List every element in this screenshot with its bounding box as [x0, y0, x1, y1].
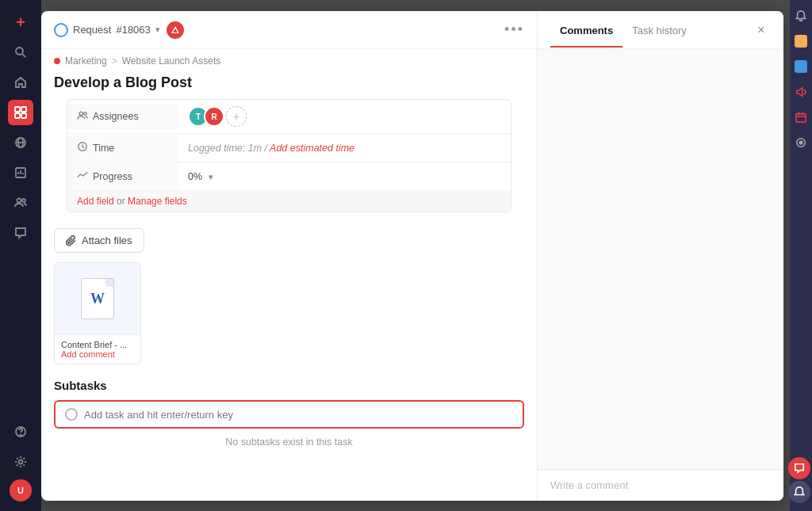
calendar-icon[interactable]	[791, 108, 810, 127]
dialog-header: Request #18063 ▾ •••	[41, 11, 537, 49]
comments-panel: Comments Task history × Write a comment	[538, 11, 783, 501]
user-avatar[interactable]: U	[10, 479, 32, 501]
time-row: Time Logged time: 1m / Add estimated tim…	[67, 134, 511, 162]
logged-time: Logged time: 1m /	[188, 143, 270, 154]
request-circle-icon	[54, 23, 68, 37]
add-comment-link[interactable]: Add comment	[61, 349, 134, 359]
priority-icon[interactable]	[167, 21, 184, 39]
attach-files-label: Attach files	[82, 235, 132, 246]
svg-rect-4	[15, 113, 20, 118]
sidebar-item-search[interactable]	[8, 40, 33, 65]
breadcrumb-project[interactable]: Website Launch Assets	[122, 55, 221, 67]
time-icon	[77, 141, 88, 154]
task-dialog: Request #18063 ▾ ••• Marketing > Website…	[41, 11, 783, 501]
progress-value: 0%	[188, 171, 202, 182]
blue-indicator[interactable]	[795, 60, 807, 73]
progress-row: Progress 0% ▾	[67, 162, 511, 191]
subtask-input[interactable]	[84, 409, 513, 421]
megaphone-icon[interactable]	[791, 82, 810, 101]
sidebar-add-button[interactable]: +	[8, 10, 33, 35]
svg-point-0	[16, 48, 23, 55]
sidebar-item-messages[interactable]	[8, 220, 33, 246]
svg-rect-2	[15, 107, 20, 112]
subtask-status-circle	[65, 408, 78, 421]
svg-point-27	[84, 112, 87, 115]
comments-body	[538, 49, 783, 469]
chevron-icon[interactable]: ▾	[155, 25, 160, 35]
file-info: Content Brief - ... Add comment	[55, 334, 140, 364]
task-id[interactable]: #18063	[116, 24, 150, 36]
task-title: Develop a Blog Post	[41, 70, 537, 99]
orange-indicator[interactable]	[795, 35, 807, 48]
sidebar-item-projects[interactable]	[8, 100, 33, 125]
notify-bubble-icon[interactable]	[788, 481, 810, 503]
file-preview: W	[55, 263, 140, 334]
subtasks-title: Subtasks	[54, 379, 524, 392]
svg-point-14	[22, 199, 25, 202]
sidebar-item-help[interactable]	[8, 419, 33, 444]
word-icon: W	[81, 278, 114, 319]
add-estimated-time-link[interactable]: Add estimated time	[270, 143, 354, 154]
file-name: Content Brief - ...	[61, 340, 134, 349]
time-label: Time	[67, 135, 178, 161]
svg-rect-3	[21, 107, 26, 112]
manage-fields-link[interactable]: Manage fields	[128, 196, 187, 207]
task-left-panel: Request #18063 ▾ ••• Marketing > Website…	[41, 11, 538, 501]
tab-comments[interactable]: Comments	[550, 13, 622, 48]
attach-files-button[interactable]: Attach files	[54, 228, 144, 253]
sidebar: +	[0, 0, 41, 511]
file-card: W Content Brief - ... Add comment	[54, 262, 141, 364]
tab-task-history[interactable]: Task history	[622, 13, 696, 46]
circle-icon[interactable]	[791, 133, 810, 152]
request-badge: Request #18063 ▾	[54, 23, 160, 37]
comments-header: Comments Task history ×	[538, 11, 783, 49]
svg-point-26	[79, 112, 82, 115]
assignees-avatars: T R +	[188, 106, 501, 127]
field-links-row: Add field or Manage fields	[67, 191, 511, 212]
assignees-row: Assignees T R +	[67, 100, 511, 134]
subtask-input-row	[54, 400, 524, 429]
more-options-button[interactable]: •••	[504, 21, 524, 38]
right-icons-panel	[790, 0, 812, 511]
subtasks-section: Subtasks No subtasks exist in this task	[54, 379, 524, 448]
chat-bubble-icon[interactable]	[788, 457, 810, 479]
close-dialog-button[interactable]: ×	[752, 21, 771, 40]
add-assignee-button[interactable]: +	[226, 106, 247, 127]
sidebar-item-globe[interactable]	[8, 130, 33, 155]
breadcrumb-dot	[54, 58, 60, 64]
sidebar-item-team[interactable]	[8, 190, 33, 215]
svg-rect-5	[21, 113, 26, 118]
progress-icon	[77, 170, 88, 183]
progress-chevron-icon: ▾	[209, 172, 213, 181]
svg-rect-18	[796, 114, 806, 123]
breadcrumb-separator: >	[112, 55, 117, 67]
svg-point-23	[799, 141, 802, 144]
breadcrumb: Marketing > Website Launch Assets	[41, 49, 537, 70]
sidebar-item-home[interactable]	[8, 70, 33, 95]
or-text: or	[117, 196, 128, 207]
notification-icon[interactable]	[791, 6, 810, 25]
breadcrumb-marketing[interactable]: Marketing	[65, 55, 107, 67]
assignee-avatar-2[interactable]: R	[204, 106, 224, 127]
add-field-link[interactable]: Add field	[77, 196, 114, 207]
no-subtasks-message: No subtasks exist in this task	[54, 437, 524, 448]
write-comment-area[interactable]: Write a comment	[538, 469, 783, 501]
assignees-icon	[77, 110, 88, 124]
progress-value-cell[interactable]: 0% ▾	[178, 165, 511, 189]
assignees-value: T R +	[178, 100, 511, 133]
svg-line-1	[22, 54, 25, 57]
svg-point-17	[19, 460, 23, 464]
progress-label: Progress	[67, 163, 178, 189]
svg-point-16	[21, 435, 21, 436]
sidebar-item-settings[interactable]	[8, 449, 33, 475]
fields-table: Assignees T R +	[67, 99, 511, 212]
svg-point-13	[17, 199, 21, 203]
time-value: Logged time: 1m / Add estimated time	[178, 136, 511, 160]
sidebar-item-reports[interactable]	[8, 160, 33, 185]
request-label: Request	[73, 24, 111, 36]
assignees-label: Assignees	[67, 104, 178, 130]
content-scroll-area: Attach files W Content Brief - ... Add c	[41, 219, 537, 501]
